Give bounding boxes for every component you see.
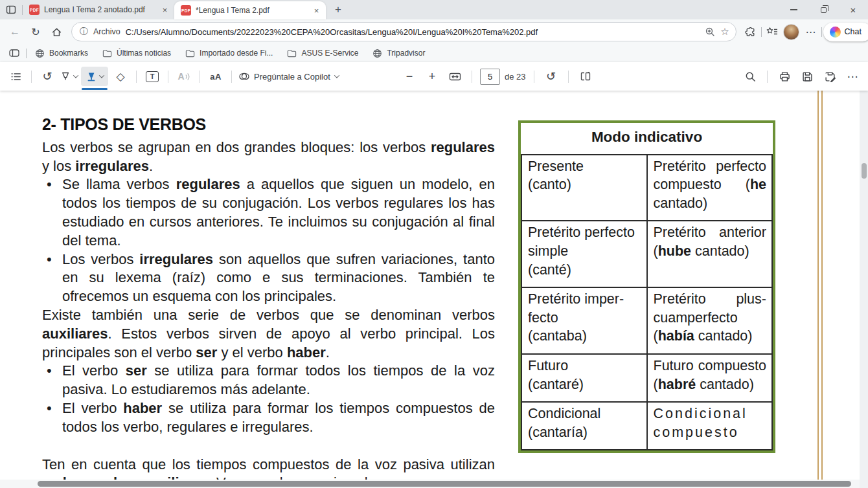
minimize-button[interactable] <box>779 0 808 19</box>
tab-lengua-anotado[interactable]: PDF Lengua I Tema 2 anotado.pdf × <box>23 0 174 19</box>
home-icon <box>51 27 62 38</box>
chevron-down-icon[interactable] <box>334 72 339 78</box>
tab-lengua-tema2[interactable]: PDF *Lengua I Tema 2.pdf × <box>174 1 326 19</box>
browser-window: PDF Lengua I Tema 2 anotado.pdf × PDF *L… <box>0 0 868 488</box>
print-icon <box>779 71 790 82</box>
bookmark-label: Tripadvisor <box>387 49 425 58</box>
maximize-button[interactable] <box>808 0 838 19</box>
tab-close-icon[interactable]: × <box>159 5 170 16</box>
address-bar[interactable]: ⓘ Archivo C:/Users/Alumno/Documents/2022… <box>71 22 737 41</box>
close-button[interactable]: × <box>838 0 868 19</box>
eraser-button[interactable]: ◇ <box>111 67 130 86</box>
info-icon[interactable]: ⓘ <box>80 26 88 38</box>
url-scheme-label: Archivo <box>93 27 120 36</box>
refresh-button[interactable]: ↻ <box>26 22 45 41</box>
read-aloud-button[interactable]: A <box>175 67 193 86</box>
bookmark-item-bookmarks[interactable]: Bookmarks <box>29 46 94 61</box>
extensions-button[interactable] <box>742 23 760 41</box>
sidebar-toggle-button[interactable] <box>5 44 23 62</box>
divider <box>31 71 32 83</box>
save-button[interactable] <box>798 67 816 86</box>
vertical-scrollbar-thumb[interactable] <box>862 163 867 179</box>
save-as-icon <box>825 71 836 82</box>
bullet-item: Se llama verbos regulares a aquellos que… <box>42 175 495 250</box>
settings-menu-button[interactable]: ⋯ <box>802 23 820 41</box>
table-title: Modo indicativo <box>521 123 772 155</box>
pdf-viewer[interactable]: 2- TIPOS DE VERBOS Los verbos se agrupan… <box>0 91 868 488</box>
favorite-star-icon[interactable]: ☆ <box>720 26 729 38</box>
rotate-button[interactable]: ↺ <box>542 67 560 86</box>
table-row: Presente(canto) Pretérito per­fecto com­… <box>521 155 772 221</box>
table-row: Futuro(cantaré) Futuro com­puesto (habré… <box>521 354 772 402</box>
tab-title: *Lengua I Tema 2.pdf <box>196 6 306 15</box>
bookmark-label: ASUS E-Service <box>301 49 358 58</box>
chevron-down-icon[interactable] <box>99 72 104 78</box>
translate-button[interactable]: aA <box>207 67 225 86</box>
ask-copilot-label: Pregúntale a Copilot <box>254 72 330 82</box>
sidebar-icon <box>9 49 19 58</box>
favorites-list-button[interactable] <box>763 23 781 41</box>
new-tab-button[interactable]: + <box>329 1 347 19</box>
copilot-outline-icon <box>238 71 250 82</box>
window-controls: × <box>779 0 868 19</box>
vertical-scrollbar[interactable] <box>860 91 868 488</box>
table-row: Pretérito imper­fecto(cantaba) Pretérito… <box>521 287 772 354</box>
save-as-button[interactable] <box>821 67 839 86</box>
bookmark-folder-asus-eservice[interactable]: ASUS E-Service <box>281 46 364 61</box>
bookmark-item-tripadvisor[interactable]: Tripadvisor <box>367 46 431 61</box>
pdf-toolbar: ↺ ◇ T A <box>0 62 868 91</box>
undo-button[interactable]: ↺ <box>38 67 56 86</box>
table-of-contents-icon <box>10 71 21 82</box>
page-total-label: de 23 <box>505 72 526 82</box>
extensions-puzzle-icon <box>745 27 756 38</box>
print-button[interactable] <box>775 67 794 86</box>
folder-icon <box>185 49 195 58</box>
folder-icon <box>287 49 297 58</box>
table-row: Pretérito per­fecto simple(canté) Pretér… <box>521 221 772 287</box>
chevron-down-icon[interactable] <box>73 72 78 78</box>
bullet-item: Los verbos irregulares son aquellos que … <box>42 250 495 306</box>
table-cell: Pretérito imper­fecto(cantaba) <box>521 287 647 354</box>
bookmark-label: Últimas noticias <box>117 49 171 58</box>
page-view-icon <box>580 71 591 82</box>
section-heading: 2- TIPOS DE VERBOS <box>42 115 495 134</box>
divider <box>472 71 472 83</box>
more-options-button[interactable]: ⋯ <box>843 67 862 86</box>
table-cell: Pretérito per­fecto simple(canté) <box>521 221 647 287</box>
divider <box>200 71 200 83</box>
search-document-button[interactable] <box>741 67 759 86</box>
search-icon <box>745 71 756 82</box>
zoom-out-button[interactable]: − <box>400 67 418 86</box>
tab-close-icon[interactable]: × <box>311 5 322 16</box>
highlighter-tool-button-selected[interactable] <box>81 67 108 86</box>
tab-actions-button[interactable] <box>0 0 22 19</box>
zoom-page-icon[interactable] <box>705 27 715 37</box>
zoom-in-button[interactable]: + <box>423 67 441 86</box>
horizontal-scrollbar-thumb[interactable] <box>38 481 851 487</box>
page-decorative-border <box>817 91 823 488</box>
page-number-input[interactable] <box>480 69 500 85</box>
url-text[interactable]: C:/Users/Alumno/Documents/20222023%20CEP… <box>126 27 700 37</box>
pdf-file-icon: PDF <box>29 5 40 15</box>
table-cell: Pretérito per­fecto com­puesto (he canta… <box>647 155 773 221</box>
back-button[interactable]: ← <box>5 22 25 41</box>
verb-tenses-table: Modo indicativo Presente(canto) Pretérit… <box>518 120 775 453</box>
fit-width-icon <box>449 71 461 82</box>
pdf-toolbar-left: ↺ ◇ T A <box>6 67 339 86</box>
horizontal-scrollbar[interactable] <box>0 480 860 488</box>
profile-button[interactable] <box>782 23 801 41</box>
close-icon: × <box>851 5 856 16</box>
bookmark-folder-importado[interactable]: Importado desde Fi... <box>179 46 279 61</box>
globe-icon <box>372 49 382 58</box>
ask-copilot-button[interactable]: Pregúntale a Copilot <box>238 67 339 86</box>
bookmark-folder-ultimas-noticias[interactable]: Últimas noticias <box>97 46 177 61</box>
fit-to-width-button[interactable] <box>446 67 464 86</box>
divider <box>568 71 569 83</box>
add-text-button[interactable]: T <box>143 67 161 86</box>
pen-tool-button[interactable] <box>60 67 78 86</box>
home-button[interactable] <box>47 22 66 41</box>
table-of-contents-button[interactable] <box>6 67 25 86</box>
page-view-button[interactable] <box>577 67 595 86</box>
divider <box>26 49 27 58</box>
copilot-chat-button[interactable]: Chat <box>823 23 868 41</box>
